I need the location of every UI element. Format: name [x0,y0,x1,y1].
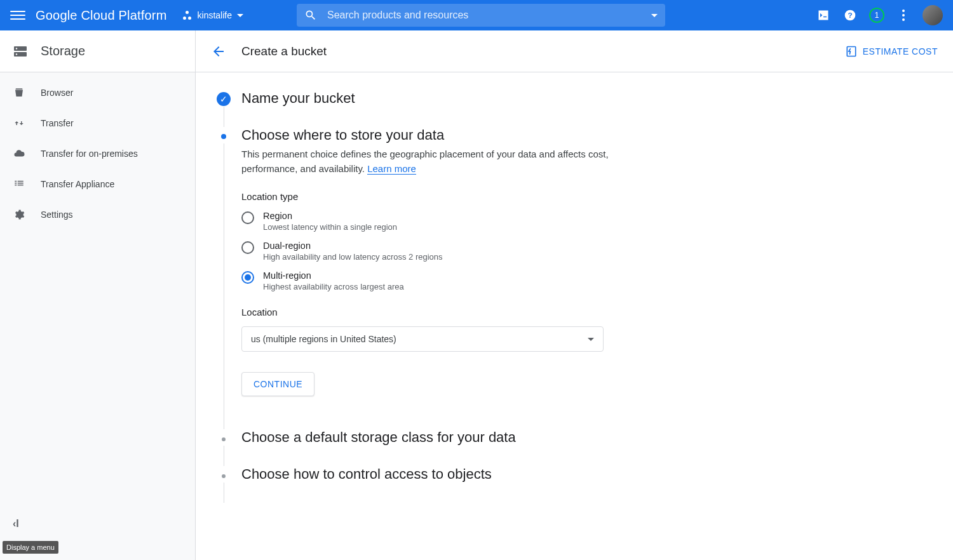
sidebar-collapse-icon[interactable]: ‹I [13,518,19,530]
estimate-label: ESTIMATE COST [863,46,938,57]
svg-rect-9 [18,181,24,182]
nav-label: Transfer [41,118,74,128]
step-title: Choose how to control access to objects [241,466,492,483]
svg-rect-8 [15,185,17,186]
location-select[interactable]: us (multiple regions in United States) [241,326,604,352]
appliance-icon [13,178,25,190]
page-title: Create a bucket [241,44,327,58]
sidebar-header: Storage [0,30,195,72]
sidebar-item-transfer-onprem[interactable]: Transfer for on-premises [0,138,195,169]
avatar[interactable] [923,5,943,25]
radio-region[interactable]: Region Lowest latency within a single re… [241,211,623,232]
svg-point-4 [16,48,17,49]
cloud-shell-icon[interactable] [816,8,831,23]
radio-sublabel: High availability and low latency across… [263,252,443,262]
sidebar-item-appliance[interactable]: Transfer Appliance [0,169,195,199]
chevron-down-icon[interactable] [651,14,658,17]
search-bar[interactable] [297,4,665,27]
project-selector[interactable]: kinstalife [182,10,243,20]
svg-rect-11 [18,185,24,186]
chevron-down-icon [588,338,594,341]
svg-rect-10 [18,183,24,184]
dot-icon [222,437,226,441]
tooltip: Display a menu [3,541,58,554]
cloud-upload-icon [13,147,25,160]
location-type-label: Location type [241,191,623,202]
check-icon: ✓ [217,92,231,106]
radio-label: Dual-region [263,241,443,251]
logo-prefix: Google [36,8,78,22]
radio-label: Multi-region [263,270,404,281]
back-arrow-icon[interactable] [211,44,226,59]
step-name[interactable]: ✓ Name your bucket [216,90,933,107]
svg-point-5 [16,53,17,55]
nav-label: Transfer for on-premises [41,149,138,159]
continue-button[interactable]: CONTINUE [241,372,314,396]
gear-icon [13,208,25,221]
sidebar-item-transfer[interactable]: Transfer [0,108,195,138]
search-input[interactable] [327,10,641,21]
bucket-icon [13,86,25,99]
active-dot-icon [221,134,226,139]
chevron-down-icon [237,14,243,17]
step-access[interactable]: Choose how to control access to objects [216,466,933,483]
sidebar-item-settings[interactable]: Settings [0,199,195,230]
learn-more-link[interactable]: Learn more [367,163,416,175]
nav-label: Browser [41,88,73,98]
project-name: kinstalife [198,10,232,20]
step-title: Name your bucket [241,90,355,107]
help-icon[interactable]: ? [842,8,858,23]
transfer-icon [13,117,25,130]
radio-sublabel: Highest availability across largest area [263,282,404,291]
step-title: Choose a default storage class for your … [241,429,516,446]
logo-suffix: Cloud Platform [81,8,166,22]
select-value: us (multiple regions in United States) [251,334,396,344]
project-dots-icon [182,10,193,20]
radio-sublabel: Lowest latency within a single region [263,222,397,232]
storage-icon [13,44,28,59]
step-title: Choose where to store your data [241,127,444,143]
radio-multi-region[interactable]: Multi-region Highest availability across… [241,270,623,291]
sidebar-item-browser[interactable]: Browser [0,77,195,108]
step-description: This permanent choice defines the geogra… [241,147,623,176]
nav-label: Transfer Appliance [41,179,114,189]
location-label: Location [241,307,623,317]
step-location-header: Choose where to store your data [216,127,933,143]
nav-label: Settings [41,210,73,220]
step-storage-class[interactable]: Choose a default storage class for your … [216,429,933,446]
radio-icon [241,211,254,224]
estimate-icon [845,45,858,58]
radio-icon [241,241,254,254]
radio-label: Region [263,211,397,221]
radio-icon [241,271,254,284]
notification-badge[interactable]: 1 [869,8,884,23]
svg-text:?: ? [848,11,852,19]
hamburger-menu-icon[interactable] [10,8,25,23]
dot-icon [222,474,226,478]
svg-rect-6 [15,181,17,182]
search-icon [304,9,317,22]
gcp-logo[interactable]: Google Cloud Platform [36,8,167,23]
radio-dual-region[interactable]: Dual-region High availability and low la… [241,241,623,262]
svg-rect-7 [15,183,17,184]
sidebar-title: Storage [41,44,85,58]
notification-count: 1 [875,11,879,20]
kebab-menu-icon[interactable] [896,8,911,23]
estimate-cost-button[interactable]: ESTIMATE COST [845,45,938,58]
